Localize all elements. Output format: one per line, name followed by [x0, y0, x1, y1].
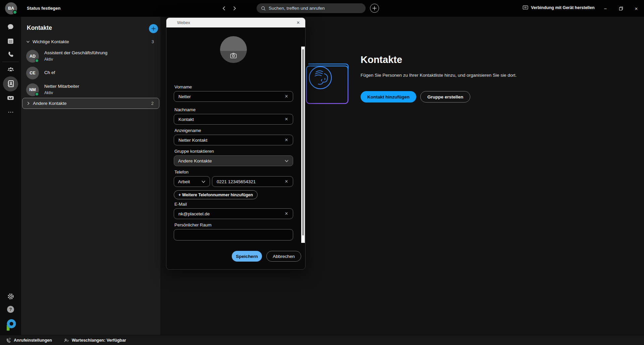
placetel-logo: [0, 319, 21, 331]
clear-icon[interactable]: ×: [283, 116, 290, 123]
contacts-panel: Kontakte Wichtige Kontakte 3 AD Assisten…: [21, 17, 160, 335]
queues-label: Warteschlangen: Verfügbar: [72, 338, 126, 343]
contact-row[interactable]: AD Assistent der Geschäftsführung Aktiv: [22, 48, 159, 64]
email-field[interactable]: [174, 208, 293, 219]
phone-type-select[interactable]: Arbeit: [174, 176, 210, 187]
queues-status-button[interactable]: Warteschlangen: Verfügbar: [63, 337, 126, 343]
nav-meetings[interactable]: [0, 37, 21, 45]
nav-help[interactable]: ?: [0, 305, 21, 313]
chevron-down-icon: [201, 180, 206, 184]
new-action-button[interactable]: [370, 4, 379, 13]
close-window-button[interactable]: ×: [629, 0, 644, 17]
chevron-down-icon: [284, 159, 289, 163]
empty-state-actions: Kontakt hinzufügen Gruppe erstellen: [361, 91, 470, 102]
queues-icon: [63, 337, 69, 343]
clear-icon[interactable]: ×: [283, 210, 290, 217]
avatar-upload[interactable]: [220, 36, 247, 63]
add-contact-dialog: Webex × Vorname × Nachname × Anzeigename…: [166, 17, 306, 270]
maximize-button[interactable]: [613, 0, 629, 17]
search-input[interactable]: Suchen, treffen und anrufen: [257, 3, 366, 13]
phone-number-field[interactable]: [212, 176, 293, 187]
placetel-logo-icon: [6, 319, 16, 331]
dialog-footer: Speichern Abbrechen: [166, 244, 305, 270]
dialog-scrollbar[interactable]: [301, 47, 305, 243]
phone-settings-icon: [5, 337, 11, 343]
add-contact-plus-button[interactable]: [149, 24, 158, 33]
contact-avatar: CE: [26, 67, 39, 79]
group-select[interactable]: Andere Kontakte: [174, 155, 293, 166]
device-icon: [522, 5, 529, 10]
page-title: Kontakte: [361, 54, 402, 65]
group-label: Wichtige Kontakte: [33, 39, 69, 44]
nav-more[interactable]: [0, 108, 21, 116]
search-icon: [261, 6, 266, 11]
clear-icon[interactable]: ×: [283, 137, 290, 143]
nav-voicemail[interactable]: [0, 94, 21, 102]
statusbar: Anrufeinstellungen Warteschlangen: Verfü…: [0, 335, 644, 345]
presence-dot: [13, 10, 17, 14]
phone-type-value: Arbeit: [178, 179, 190, 184]
group-wichtige-kontakte[interactable]: Wichtige Kontakte 3: [22, 37, 159, 47]
field-label: Gruppe kontaktieren: [174, 149, 214, 154]
first-name-field[interactable]: [174, 91, 293, 102]
nav-contacts-active[interactable]: [0, 80, 21, 88]
contact-row[interactable]: NM Netter Mitarbeiter Aktiv: [22, 82, 159, 98]
plus-icon: [372, 6, 377, 10]
clear-icon[interactable]: ×: [283, 178, 290, 185]
group-label: Andere Kontakte: [33, 101, 67, 106]
calendar-icon: [7, 37, 14, 45]
chevron-right-icon: [232, 6, 237, 11]
create-group-button[interactable]: Gruppe erstellen: [420, 91, 470, 102]
dialog-title: Webex: [177, 20, 190, 25]
dialog-form-scroll-area[interactable]: Vorname × Nachname × Anzeigename × Grupp…: [166, 27, 305, 244]
add-contact-button[interactable]: Kontakt hinzufügen: [361, 91, 416, 102]
search-placeholder: Suchen, treffen und anrufen: [269, 6, 325, 11]
help-icon: ?: [7, 306, 14, 313]
presence-dot: [35, 59, 39, 63]
dialog-close-button[interactable]: ×: [294, 19, 302, 26]
minimize-button[interactable]: −: [598, 0, 613, 17]
dialog-titlebar[interactable]: Webex ×: [166, 18, 305, 27]
field-label: Persönlicher Raum: [174, 222, 212, 227]
clear-icon[interactable]: ×: [283, 93, 290, 100]
webex-app-window: BA Status festlegen Suchen, treffen und …: [0, 0, 644, 345]
add-phone-number-button[interactable]: + Weitere Telefonnummer hinzufügen: [174, 190, 258, 199]
address-book-icon: [7, 80, 15, 88]
last-name-field[interactable]: [174, 114, 293, 125]
rail-divider: [2, 62, 19, 62]
nav-settings[interactable]: [0, 292, 21, 300]
presence-dot: [35, 92, 39, 96]
connect-device-label: Verbindung mit Gerät herstellen: [531, 5, 595, 10]
save-button[interactable]: Speichern: [232, 251, 262, 262]
ellipsis-icon: [7, 109, 14, 116]
connect-device-button[interactable]: Verbindung mit Gerät herstellen: [522, 5, 595, 10]
call-settings-label: Anrufeinstellungen: [14, 338, 52, 343]
nav-messaging[interactable]: [0, 23, 21, 31]
nav-teams[interactable]: [0, 65, 21, 73]
plus-icon: [151, 26, 156, 31]
personal-room-field[interactable]: [174, 229, 293, 240]
titlebar: BA Status festlegen Suchen, treffen und …: [0, 0, 644, 17]
field-label: Telefon: [174, 169, 189, 175]
contact-name: Assistent der Geschäftsführung: [44, 50, 107, 55]
display-name-field[interactable]: [174, 135, 293, 145]
people-icon: [7, 65, 15, 73]
forward-button[interactable]: [230, 4, 238, 12]
scrollbar-thumb[interactable]: [302, 49, 304, 235]
window-controls: − ×: [598, 0, 644, 17]
field-label: Anzeigename: [174, 128, 201, 133]
cancel-button[interactable]: Abbrechen: [266, 251, 301, 262]
contact-name: Ch ef: [44, 70, 55, 75]
set-status-button[interactable]: Status festlegen: [27, 6, 60, 11]
nav-calling[interactable]: [0, 50, 21, 58]
call-settings-button[interactable]: Anrufeinstellungen: [5, 337, 52, 343]
chevron-right-icon: [26, 101, 30, 105]
page-description: Fügen Sie Personen zu Ihrer Kontaktliste…: [361, 73, 517, 78]
contact-card-illustration: [306, 62, 350, 105]
restore-icon: [619, 6, 623, 11]
group-andere-kontakte-selected[interactable]: Andere Kontakte 2: [22, 98, 159, 109]
chevron-left-icon: [222, 6, 226, 11]
back-button[interactable]: [220, 4, 228, 12]
contact-name: Netter Mitarbeiter: [44, 84, 79, 89]
contact-row[interactable]: CE Ch ef: [22, 65, 159, 81]
